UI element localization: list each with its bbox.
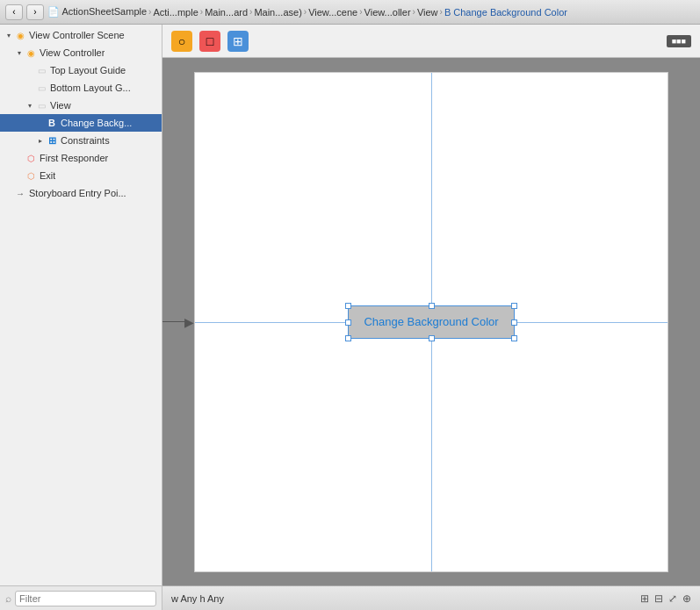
filter-input[interactable] xyxy=(15,591,156,606)
view-icon: ▭ xyxy=(35,99,47,111)
scene-label: View Controller Scene xyxy=(29,30,125,40)
entry-arrow: ▶ xyxy=(162,315,194,329)
sidebar-item-scene[interactable]: ◉ View Controller Scene xyxy=(0,26,162,44)
expand-arrow-entry xyxy=(4,188,14,198)
handle-top-mid[interactable] xyxy=(429,303,435,309)
main-area: ◉ View Controller Scene ◉ View Controlle… xyxy=(0,25,700,610)
breadcrumb-item-5[interactable]: View...cene xyxy=(308,7,357,18)
constraints-icon: ⊞ xyxy=(46,134,58,147)
sidebar-item-top-layout[interactable]: ▭ Top Layout Guide xyxy=(0,61,162,79)
breadcrumb-item-7[interactable]: View xyxy=(417,7,438,18)
breadcrumb-item-2[interactable]: Acti...mple xyxy=(153,7,198,18)
canvas-toolbar: ○ □ ⊞ ■■■ xyxy=(162,25,700,58)
breadcrumb-item-4[interactable]: Main...ase) xyxy=(254,7,301,18)
expand-arrow-exit xyxy=(14,170,25,181)
button-icon: B xyxy=(46,117,58,129)
canvas-controls-left: ○ □ ⊞ xyxy=(171,31,249,52)
arrow-line xyxy=(162,321,186,322)
sidebar-item-first-responder[interactable]: ⬡ First Responder xyxy=(0,149,162,167)
sidebar-item-change-bg[interactable]: B Change Backg... xyxy=(0,114,162,132)
sidebar-item-vc[interactable]: ◉ View Controller xyxy=(0,44,162,61)
bottom-status-bar: w Any h Any ⊞ ⊟ ⤢ ⊕ xyxy=(162,585,700,610)
breadcrumb-item-6[interactable]: View...oller xyxy=(364,7,411,18)
canvas-button-element[interactable]: Change Background Color xyxy=(348,305,515,339)
entry-icon: → xyxy=(14,187,26,199)
layout-icon-top: ▭ xyxy=(35,64,47,76)
handle-top-left[interactable] xyxy=(345,303,351,309)
add-icon[interactable]: ⊕ xyxy=(682,592,691,605)
top-toolbar: ‹ › 📄 ActionSheetSample › Acti...mple › … xyxy=(0,0,700,25)
vc-label: View Controller xyxy=(40,47,105,58)
size-label: w Any h Any xyxy=(171,593,224,604)
sidebar-item-view[interactable]: ▭ View xyxy=(0,97,162,114)
sidebar-filter-bar: ⌕ xyxy=(0,585,162,610)
view-label: View xyxy=(50,100,71,111)
handle-bot-right[interactable] xyxy=(511,335,517,341)
sidebar-item-entry[interactable]: → Storyboard Entry Poi... xyxy=(0,184,162,202)
expand-arrow-scene xyxy=(4,30,14,40)
canvas-area: ○ □ ⊞ ■■■ ▶ xyxy=(162,25,700,610)
back-button[interactable]: ‹ xyxy=(5,4,23,20)
back-icon: ‹ xyxy=(12,7,15,17)
handle-bot-mid[interactable] xyxy=(429,335,435,341)
expand-arrow-first-responder xyxy=(14,153,25,163)
exit-label: Exit xyxy=(40,170,55,181)
sidebar-item-constraints[interactable]: ⊞ Constraints xyxy=(0,132,162,149)
constraints-label: Constraints xyxy=(61,135,110,146)
forward-button[interactable]: › xyxy=(26,4,44,20)
sidebar-item-exit[interactable]: ⬡ Exit xyxy=(0,167,162,184)
canvas-btn-circle[interactable]: ○ xyxy=(171,31,192,52)
list-view-icon[interactable]: ⊟ xyxy=(654,592,663,605)
grid-icon: ⊞ xyxy=(233,34,243,48)
button-text: Change Background Color xyxy=(364,315,498,328)
size-text: w Any h Any xyxy=(171,593,224,604)
zoom-fit-icon[interactable]: ⤢ xyxy=(668,592,677,605)
bottom-layout-label: Bottom Layout G... xyxy=(50,83,131,93)
canvas-btn-square[interactable]: □ xyxy=(199,31,220,52)
canvas-btn-grid[interactable]: ⊞ xyxy=(227,31,249,52)
canvas-scroll[interactable]: ▶ Change Background Color xyxy=(162,58,700,585)
change-bg-label: Change Backg... xyxy=(61,118,132,128)
forward-icon: › xyxy=(33,7,36,17)
breadcrumb-item-1[interactable]: 📄 ActionSheetSample xyxy=(47,6,147,18)
expand-arrow-top-layout xyxy=(25,65,35,75)
entry-label: Storyboard Entry Poi... xyxy=(29,188,126,198)
grid-view-icon[interactable]: ⊞ xyxy=(640,592,649,605)
responder-icon: ⬡ xyxy=(25,152,37,164)
handle-mid-left[interactable] xyxy=(345,319,351,326)
expand-arrow-change-bg xyxy=(35,118,46,128)
scene-icon: ◉ xyxy=(14,29,26,41)
filter-icon: ⌕ xyxy=(5,592,11,605)
bottom-right-controls: ⊞ ⊟ ⤢ ⊕ xyxy=(640,592,691,605)
sidebar-item-bottom-layout[interactable]: ▭ Bottom Layout G... xyxy=(0,79,162,97)
sidebar-tree: ◉ View Controller Scene ◉ View Controlle… xyxy=(0,25,162,585)
expand-arrow-vc xyxy=(14,47,25,58)
canvas-controls-right: ■■■ xyxy=(667,35,691,47)
sidebar: ◉ View Controller Scene ◉ View Controlle… xyxy=(0,25,162,610)
top-layout-label: Top Layout Guide xyxy=(50,65,126,75)
layout-icon-bottom: ▭ xyxy=(35,82,47,94)
first-responder-label: First Responder xyxy=(40,153,108,163)
handle-top-right[interactable] xyxy=(511,303,517,309)
battery-icon: ■■■ xyxy=(667,35,691,47)
phone-canvas: ▶ Change Background Color xyxy=(194,72,668,572)
vc-icon: ◉ xyxy=(25,47,37,59)
expand-arrow-constraints xyxy=(35,135,46,146)
breadcrumb-item-3[interactable]: Main...ard xyxy=(205,7,248,18)
breadcrumb: 📄 ActionSheetSample › Acti...mple › Main… xyxy=(47,6,695,18)
expand-arrow-bottom-layout xyxy=(25,83,35,93)
arrow-head-icon: ▶ xyxy=(184,315,194,329)
square-icon: □ xyxy=(206,34,213,48)
exit-icon: ⬡ xyxy=(25,169,37,182)
handle-bot-left[interactable] xyxy=(345,335,351,341)
expand-arrow-view xyxy=(25,100,35,111)
circle-icon: ○ xyxy=(178,34,185,48)
handle-mid-right[interactable] xyxy=(511,319,517,326)
breadcrumb-item-active[interactable]: B Change Background Color xyxy=(444,7,567,18)
